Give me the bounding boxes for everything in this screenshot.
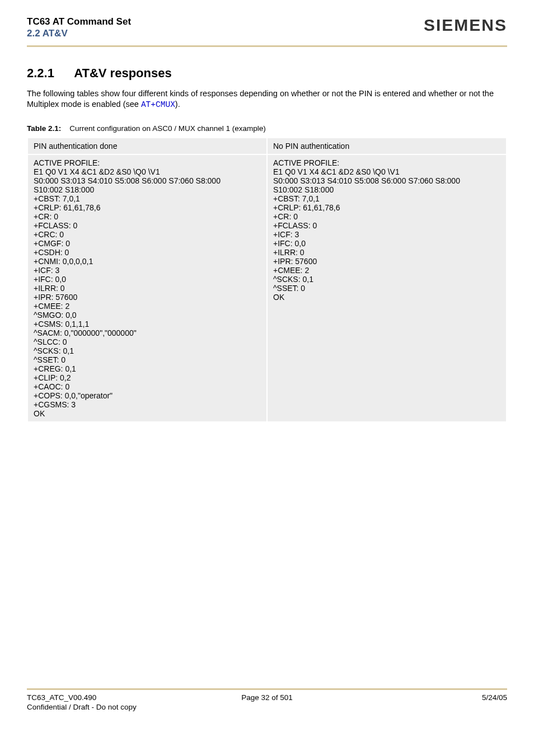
table-caption-label: Table 2.1: <box>27 124 61 133</box>
footer-left: TC63_ATC_V00.490 <box>27 693 187 702</box>
table-header-cell: PIN authentication done <box>28 138 266 154</box>
intro-text-a: The following tables show four different… <box>27 89 494 109</box>
footer-right: 5/24/05 <box>347 693 507 702</box>
intro-text-b: ). <box>175 100 180 109</box>
footer-rule <box>27 688 507 690</box>
config-table: PIN authentication done No PIN authentic… <box>27 137 507 422</box>
table-cell-pin-done: ACTIVE PROFILE: E1 Q0 V1 X4 &C1 &D2 &S0 … <box>28 155 266 421</box>
page-footer: TC63_ATC_V00.490 Page 32 of 501 5/24/05 <box>27 693 507 702</box>
header-left: TC63 AT Command Set 2.2 AT&V <box>27 16 131 40</box>
table-header-row: PIN authentication done No PIN authentic… <box>28 138 506 154</box>
table-caption: Table 2.1: Current configuration on ASC0… <box>27 124 507 133</box>
table-caption-text: Current configuration on ASC0 / MUX chan… <box>69 124 265 133</box>
page-header: TC63 AT Command Set 2.2 AT&V SIEMENS <box>27 16 507 40</box>
brand-logo: SIEMENS <box>424 16 507 35</box>
table-row: ACTIVE PROFILE: E1 Q0 V1 X4 &C1 &D2 &S0 … <box>28 155 506 421</box>
section-title: AT&V responses <box>74 66 171 80</box>
page: TC63 AT Command Set 2.2 AT&V SIEMENS 2.2… <box>0 0 534 756</box>
section-heading: 2.2.1 AT&V responses <box>27 66 507 81</box>
section-intro: The following tables show four different… <box>27 88 507 111</box>
footer-confidential: Confidential / Draft - Do not copy <box>27 703 507 711</box>
intro-link[interactable]: AT+CMUX <box>141 100 175 109</box>
doc-title: TC63 AT Command Set <box>27 16 131 27</box>
content-spacer <box>27 422 507 688</box>
table-header-cell: No PIN authentication <box>268 138 506 154</box>
footer-center: Page 32 of 501 <box>187 693 347 702</box>
table-cell-no-pin: ACTIVE PROFILE: E1 Q0 V1 X4 &C1 &D2 &S0 … <box>268 155 506 421</box>
section-number: 2.2.1 <box>27 66 54 80</box>
doc-subtitle: 2.2 AT&V <box>27 27 131 39</box>
header-rule <box>27 45 507 47</box>
